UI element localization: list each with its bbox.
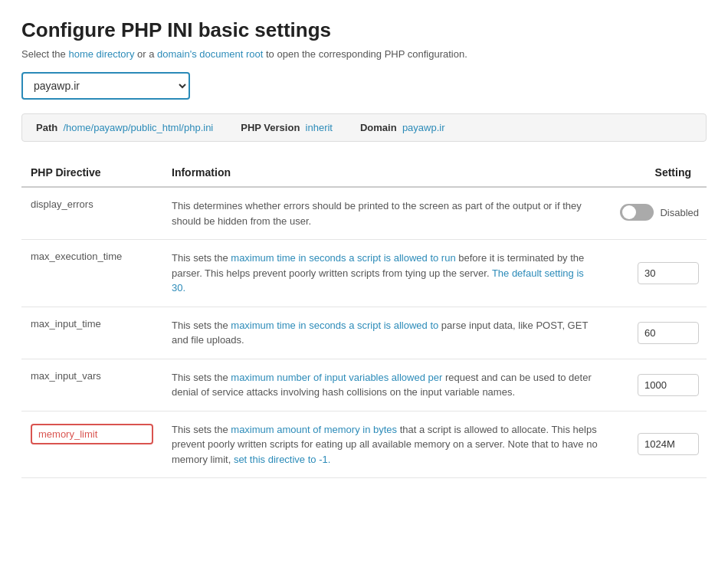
path-label: Path: [36, 122, 57, 133]
page-subtitle: Select the home directory or a domain's …: [21, 48, 707, 60]
page-title: Configure PHP INI basic settings: [21, 18, 707, 42]
php-version-info: PHP Version inherit: [241, 122, 333, 133]
toggle-track-display_errors[interactable]: [620, 204, 654, 221]
input-max_input_time[interactable]: [638, 322, 699, 344]
path-info: Path /home/payawp/public_html/php.ini: [36, 122, 213, 133]
info-max_execution_time: This sets the maximum time in seconds a …: [162, 240, 607, 307]
php-version-label: PHP Version: [241, 122, 300, 133]
table-row: max_execution_timeThis sets the maximum …: [21, 240, 707, 307]
setting-max_execution_time: [607, 240, 707, 307]
table-row: max_input_varsThis sets the maximum numb…: [21, 359, 707, 411]
info-display_errors: This determines whether errors should be…: [162, 187, 607, 240]
info-memory_limit: This sets the maximum amount of memory i…: [162, 411, 607, 478]
table-row: display_errorsThis determines whether er…: [21, 187, 707, 240]
domain-select[interactable]: payawp.ir: [21, 72, 190, 100]
home-dir-link[interactable]: home directory: [68, 48, 134, 60]
setting-display_errors: Disabled: [607, 187, 707, 240]
domain-select-wrap: payawp.ir: [21, 72, 707, 100]
domain-value: payawp.ir: [402, 122, 445, 133]
input-memory_limit[interactable]: [638, 433, 699, 455]
domain-label: Domain: [360, 122, 397, 133]
path-value: /home/payawp/public_html/php.ini: [63, 122, 213, 133]
col-header-information: Information: [162, 159, 607, 187]
domain-info: Domain payawp.ir: [360, 122, 445, 133]
table-row: max_input_timeThis sets the maximum time…: [21, 307, 707, 359]
php-directives-table: PHP Directive Information Setting displa…: [21, 159, 707, 478]
info-max_input_vars: This sets the maximum number of input va…: [162, 359, 607, 411]
domain-root-link[interactable]: domain's document root: [157, 48, 263, 60]
info-max_input_time: This sets the maximum time in seconds a …: [162, 307, 607, 359]
col-header-directive: PHP Directive: [21, 159, 162, 187]
toggle-display_errors[interactable]: Disabled: [620, 204, 699, 221]
setting-max_input_time: [607, 307, 707, 359]
input-max_input_vars[interactable]: [638, 374, 699, 396]
setting-memory_limit: [607, 411, 707, 478]
directive-max_input_vars: max_input_vars: [21, 359, 162, 411]
table-row: memory_limitThis sets the maximum amount…: [21, 411, 707, 478]
info-bar: Path /home/payawp/public_html/php.ini PH…: [21, 113, 707, 142]
directive-max_execution_time: max_execution_time: [21, 240, 162, 307]
directive-display_errors: display_errors: [21, 187, 162, 240]
setting-max_input_vars: [607, 359, 707, 411]
directive-max_input_time: max_input_time: [21, 307, 162, 359]
col-header-setting: Setting: [607, 159, 707, 187]
php-version-value: inherit: [306, 122, 333, 133]
toggle-label-display_errors: Disabled: [660, 207, 699, 218]
input-max_execution_time[interactable]: [638, 262, 699, 284]
directive-memory_limit: memory_limit: [31, 424, 153, 444]
